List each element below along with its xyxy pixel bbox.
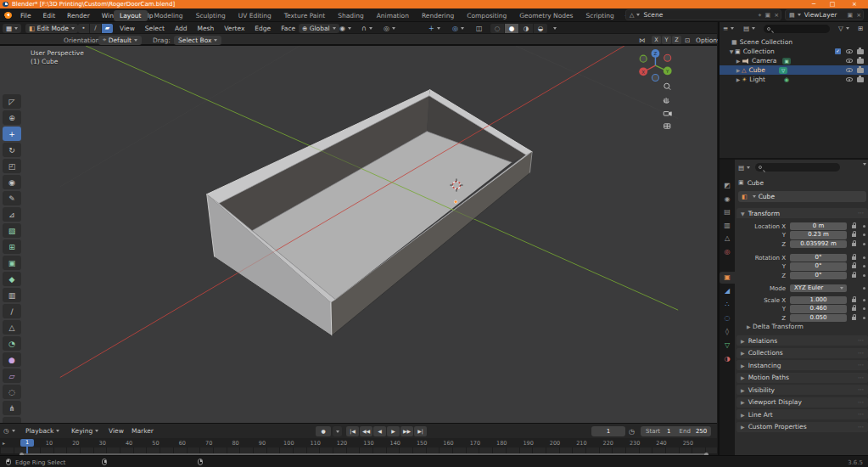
workspace-tab[interactable]: Scripting xyxy=(580,10,620,21)
properties-tab[interactable]: ▥ xyxy=(720,220,735,232)
transport-button[interactable]: ◀ xyxy=(373,426,386,436)
workspace-tab[interactable]: Shading xyxy=(332,10,369,21)
properties-tab[interactable]: ◎ xyxy=(720,246,735,258)
properties-tab[interactable]: ◩ xyxy=(720,180,735,192)
remove-viewlayer-icon[interactable]: × xyxy=(856,12,861,19)
disable-in-renders-icon[interactable] xyxy=(857,59,864,64)
value-field[interactable]: 0° xyxy=(790,262,847,271)
properties-section-header[interactable]: ▶ Viewport Display ⋯ xyxy=(736,397,868,408)
transport-button[interactable]: ▶▶ xyxy=(400,426,413,436)
mirror-axis-button[interactable]: Z xyxy=(672,36,681,44)
end-frame-value[interactable]: 250 xyxy=(696,428,707,435)
tool-button[interactable]: ▧ xyxy=(3,223,21,238)
show-gizmo-toggle[interactable]: + xyxy=(428,24,440,33)
viewlayer-selector[interactable]: ▤ ViewLayer ▣ × xyxy=(785,9,864,20)
value-field[interactable]: 0.035992 m xyxy=(790,240,847,249)
gizmo-minus-x-axis[interactable] xyxy=(664,54,671,61)
collection-checkbox[interactable]: ✓ xyxy=(835,48,841,54)
expand-arrow-icon[interactable]: ▶ xyxy=(735,58,742,64)
properties-search-input[interactable] xyxy=(755,163,840,172)
lock-icon[interactable] xyxy=(852,234,856,237)
properties-tab[interactable]: ◌ xyxy=(720,312,735,324)
lock-icon[interactable] xyxy=(852,265,856,268)
tool-button[interactable]: ✎ xyxy=(3,191,21,205)
gizmo-minus-z-axis[interactable] xyxy=(652,74,658,81)
properties-section-header[interactable]: ▶ Visibility ⋯ xyxy=(736,385,868,395)
transform-orientation-dropdown[interactable]: ⊕ Global xyxy=(299,24,339,33)
expand-arrow-icon[interactable]: ▶ xyxy=(735,76,742,82)
viewport-menu-item[interactable]: Mesh xyxy=(193,25,218,32)
outliner-row-light[interactable]: ▶ ☀ Light ◉ xyxy=(720,75,868,84)
outliner-row-scene-collection[interactable]: ▦ Scene Collection xyxy=(720,37,868,47)
outliner-row-collection[interactable]: ▼ ▣ Collection ✓ xyxy=(720,47,868,56)
properties-section-header[interactable]: ▶ Motion Paths ⋯ xyxy=(736,373,868,383)
tool-button[interactable]: ◆ xyxy=(3,272,21,286)
tool-button[interactable]: ▥ xyxy=(3,288,21,302)
properties-tab[interactable]: ▣ xyxy=(720,272,735,284)
outliner-row-cube[interactable]: ▶ △ Cube ▽ xyxy=(720,65,868,75)
animate-dot-icon[interactable] xyxy=(863,274,865,277)
transport-button[interactable]: |◀ xyxy=(346,426,359,436)
navigation-gizmo[interactable]: X Y Z xyxy=(639,49,671,81)
pan-view-icon[interactable] xyxy=(664,98,669,104)
lock-icon[interactable] xyxy=(852,243,856,246)
rotation-mode-dropdown[interactable]: XYZ Euler xyxy=(790,284,847,293)
disable-in-renders-icon[interactable] xyxy=(857,49,864,54)
lock-icon[interactable] xyxy=(852,307,856,311)
properties-tab[interactable]: △ xyxy=(720,233,735,245)
show-overlays-toggle[interactable]: ◎ xyxy=(452,24,464,33)
properties-section-header[interactable]: ▶ Custom Properties ⋯ xyxy=(736,422,868,432)
gizmo-minus-y-axis[interactable] xyxy=(640,55,647,62)
mode-dropdown[interactable]: ◧ Edit Mode xyxy=(25,24,78,33)
tool-button[interactable]: ▱ xyxy=(3,369,21,383)
current-frame-field[interactable]: 1 xyxy=(591,426,625,436)
disable-in-renders-icon[interactable] xyxy=(857,77,864,82)
view-menu[interactable]: View xyxy=(109,424,124,438)
pin-icon[interactable]: ⌖ xyxy=(755,178,759,187)
viewport-3d[interactable]: X Y Z User Perspective (1) Cube ◸⊕+↻◰◉✎⊿… xyxy=(0,46,717,423)
workspace-tab[interactable]: Rendering xyxy=(416,10,460,21)
properties-tab[interactable]: ∴ xyxy=(720,299,735,311)
tool-button[interactable]: ◔ xyxy=(3,336,21,351)
properties-tab[interactable]: ◢ xyxy=(720,285,735,297)
blender-logo-icon[interactable] xyxy=(4,12,12,19)
outliner-filter-dropdown[interactable]: ▽ xyxy=(838,24,849,33)
snap-toggle[interactable]: ∩ xyxy=(361,24,372,33)
proportional-edit-toggle[interactable]: ◎ xyxy=(384,24,395,33)
tool-button[interactable]: ◌ xyxy=(3,385,21,399)
expand-arrow-icon[interactable]: ▼ xyxy=(728,48,735,54)
properties-section-header[interactable]: ▶ Relations ⋯ xyxy=(736,335,868,346)
animate-dot-icon[interactable] xyxy=(863,299,865,301)
timeline-editor-type-button[interactable]: ◷ xyxy=(3,426,15,436)
cube-mesh-object[interactable] xyxy=(207,90,532,336)
properties-tab[interactable]: ◑ xyxy=(720,353,735,365)
value-field[interactable]: 0.460 xyxy=(790,305,847,313)
tool-button[interactable]: ⊿ xyxy=(3,207,21,222)
viewport-menu-item[interactable]: View xyxy=(115,25,139,32)
zoom-view-icon[interactable] xyxy=(664,83,670,89)
stopwatch-icon[interactable]: ◷ xyxy=(629,428,635,436)
face-select-mode-button[interactable]: ▰ xyxy=(102,24,113,33)
shading-solid-button[interactable]: ● xyxy=(505,24,518,33)
lock-icon[interactable] xyxy=(852,225,856,228)
tool-button[interactable]: ◉ xyxy=(3,175,21,189)
drag-dropdown[interactable]: Select Box xyxy=(174,36,221,45)
animate-dot-icon[interactable] xyxy=(863,243,865,245)
object-name-field[interactable]: ◧ Cube xyxy=(738,191,866,202)
timeline-track-strip[interactable] xyxy=(0,447,717,453)
unlink-scene-icon[interactable]: × xyxy=(774,12,779,19)
workspace-tab[interactable]: Animation xyxy=(371,10,415,21)
lock-icon[interactable] xyxy=(852,256,856,260)
hide-in-viewport-icon[interactable] xyxy=(846,68,853,72)
viewport-menu-item[interactable]: Vertex xyxy=(220,25,249,32)
outliner-display-mode-dropdown[interactable]: ≡ xyxy=(723,24,734,33)
mirror-axis-button[interactable]: Y xyxy=(662,36,671,44)
disable-in-renders-icon[interactable] xyxy=(857,68,864,73)
shading-material-button[interactable]: ◑ xyxy=(519,24,533,33)
animate-dot-icon[interactable] xyxy=(863,256,865,259)
playback-menu[interactable]: Playback xyxy=(25,424,59,438)
animate-dot-icon[interactable] xyxy=(863,287,865,290)
menu-item[interactable]: File xyxy=(15,12,36,20)
animate-dot-icon[interactable] xyxy=(863,307,865,310)
animate-dot-icon[interactable] xyxy=(863,265,865,267)
